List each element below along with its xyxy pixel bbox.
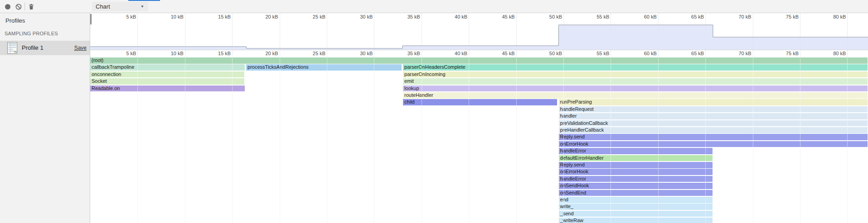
- ruler-tick: 65 kB: [677, 51, 704, 56]
- flame-bar[interactable]: callbackTrampoline: [90, 64, 245, 71]
- clear-button[interactable]: [15, 3, 23, 11]
- ruler-tick: 50 kB: [535, 14, 562, 19]
- ruler-tick: 45 kB: [488, 14, 515, 19]
- ruler-tick: 70 kB: [724, 51, 752, 56]
- view-mode-label: Chart: [96, 3, 110, 10]
- scrollbar-thumb[interactable]: [90, 14, 92, 24]
- ruler-divider: [90, 50, 868, 50]
- delete-profile-button[interactable]: [27, 3, 35, 11]
- flame-bar[interactable]: preValidationCallback: [559, 120, 868, 127]
- flame-bar[interactable]: Reply.send: [559, 134, 868, 140]
- ruler-tick: 60 kB: [630, 14, 657, 19]
- flame-bar[interactable]: onErrorHook: [559, 169, 713, 175]
- ruler-tick: 65 kB: [677, 14, 704, 19]
- flame-bar[interactable]: emit: [403, 78, 868, 85]
- ruler-tick: 40 kB: [440, 51, 467, 56]
- ruler-tick: 80 kB: [819, 14, 846, 19]
- ruler-tick: 30 kB: [345, 14, 373, 19]
- flame-bar[interactable]: _writeRaw: [559, 218, 713, 223]
- flame-bar[interactable]: handleError: [559, 148, 713, 154]
- ruler-tick: 50 kB: [535, 51, 562, 56]
- flame-bar[interactable]: handleError: [559, 176, 713, 182]
- flame-bar[interactable]: onconnection: [90, 71, 244, 78]
- toolbar-separator: [24, 3, 25, 10]
- ruler-tick: 55 kB: [582, 14, 609, 19]
- clear-icon: [15, 3, 22, 10]
- ruler-tick: 80 kB: [819, 51, 846, 56]
- flame-bar[interactable]: defaultErrorHandler: [559, 155, 713, 161]
- flame-bar[interactable]: handleRequest: [559, 106, 868, 113]
- view-mode-select[interactable]: Chart ▼: [92, 2, 148, 11]
- ruler-tick: 20 kB: [251, 14, 278, 19]
- ruler-tick: 15 kB: [204, 14, 231, 19]
- ruler-tick: 70 kB: [724, 14, 752, 19]
- active-tab-indicator: [128, 0, 160, 1]
- ruler-tick: 10 kB: [156, 51, 184, 56]
- flame-bar[interactable]: _send: [559, 211, 713, 217]
- profile-name: Profile 1: [22, 44, 44, 51]
- ruler-tick: 75 kB: [771, 51, 799, 56]
- flame-bar[interactable]: onErrorHook: [559, 141, 868, 147]
- record-icon: [4, 3, 11, 10]
- profile-item[interactable]: % Profile 1 Save: [0, 41, 90, 55]
- ruler-tick: 25 kB: [298, 14, 325, 19]
- ruler-tick: 20 kB: [251, 51, 278, 56]
- ruler-tick: 75 kB: [771, 14, 799, 19]
- ruler-tick: 35 kB: [393, 14, 420, 19]
- svg-text:%: %: [14, 50, 17, 54]
- sampling-profiles-header: SAMPLING PROFILES: [5, 31, 58, 36]
- trash-icon: [28, 3, 35, 10]
- chevron-down-icon: ▼: [141, 2, 144, 11]
- memory-profiler-panel: Chart ▼ Profiles SAMPLING PROFILES % P: [0, 0, 868, 223]
- gridline: [374, 57, 374, 223]
- flame-bar[interactable]: onSendHook: [559, 183, 713, 189]
- ruler-tick: 25 kB: [298, 51, 325, 56]
- flame-bar[interactable]: runPreParsing: [559, 99, 868, 105]
- flame-bar[interactable]: parserOnHeadersComplete: [403, 64, 868, 71]
- flame-bar[interactable]: onSendEnd: [559, 190, 713, 196]
- flame-bar[interactable]: end: [559, 197, 713, 203]
- ruler-tick: 55 kB: [582, 51, 609, 56]
- flame-bar[interactable]: write_: [559, 204, 713, 210]
- ruler-tick: 45 kB: [488, 51, 515, 56]
- ruler-tick: 35 kB: [393, 51, 420, 56]
- chart-pane: 5 kB10 kB15 kB20 kB25 kB30 kB35 kB40 kB4…: [90, 13, 868, 223]
- sidebar-title: Profiles: [5, 17, 25, 24]
- ruler-tick: 60 kB: [630, 51, 657, 56]
- profile-icon: %: [7, 42, 17, 54]
- flame-bar[interactable]: (root): [90, 57, 868, 64]
- flame-bar[interactable]: processTicksAndRejections: [246, 64, 402, 71]
- ruler-tick: 10 kB: [156, 14, 184, 19]
- flame-bar[interactable]: lookup: [403, 85, 868, 92]
- gridline: [327, 57, 327, 223]
- flame-bar[interactable]: routeHandler: [403, 92, 868, 99]
- sidebar: Profiles SAMPLING PROFILES % Profile 1 S…: [0, 13, 90, 223]
- ruler-tick: 15 kB: [204, 51, 231, 56]
- flame-bar[interactable]: Readable.on: [90, 85, 245, 92]
- ruler-tick: 5 kB: [109, 51, 136, 56]
- flame-bar[interactable]: preHandlerCallback: [559, 127, 868, 133]
- gridline: [280, 57, 280, 223]
- save-link[interactable]: Save: [74, 45, 87, 51]
- toolbar: Chart ▼: [0, 0, 868, 13]
- ruler-tick: 40 kB: [440, 14, 467, 19]
- ruler-tick: 30 kB: [345, 51, 373, 56]
- flame-bar[interactable]: handler: [559, 113, 868, 119]
- flame-bar[interactable]: Reply.send: [559, 162, 713, 168]
- flame-bar[interactable]: parserOnIncoming: [403, 71, 868, 78]
- record-button[interactable]: [4, 3, 12, 11]
- flame-bar[interactable]: Socket: [90, 78, 244, 85]
- flame-bar[interactable]: child: [403, 99, 557, 105]
- ruler-tick: 5 kB: [109, 14, 136, 19]
